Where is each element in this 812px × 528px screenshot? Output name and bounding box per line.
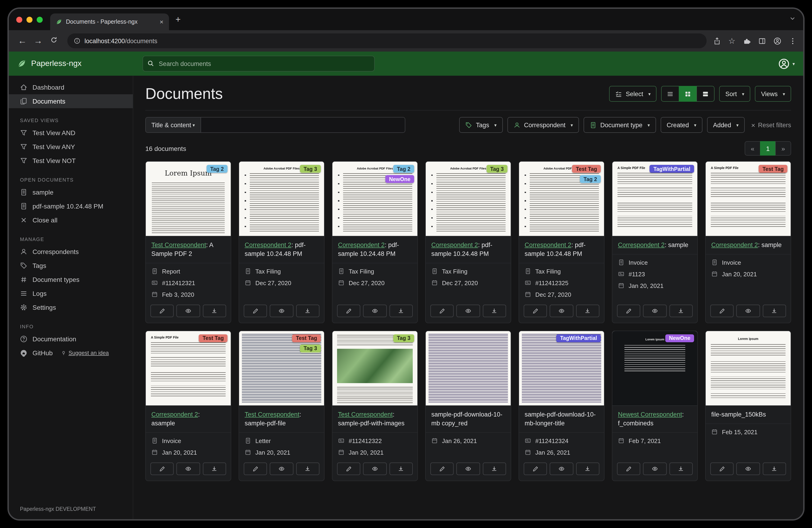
minimize-window-button[interactable]: [27, 16, 32, 23]
view-cards-button[interactable]: [697, 86, 715, 102]
edit-button[interactable]: [710, 305, 734, 317]
filter-button[interactable]: Document type: [583, 117, 656, 133]
tag-badge[interactable]: Tag 3: [300, 345, 321, 353]
close-window-button[interactable]: [16, 16, 22, 23]
tag-badge[interactable]: TagWithPartial: [650, 165, 694, 173]
profile-icon[interactable]: [773, 37, 781, 45]
address-bar[interactable]: localhost:4200/documents: [67, 33, 707, 48]
document-thumbnail[interactable]: [426, 331, 511, 406]
document-thumbnail[interactable]: Adobe Acrobat PDF Files Tag 3: [426, 161, 511, 237]
filter-button[interactable]: Tags: [459, 117, 503, 133]
views-button[interactable]: Views: [755, 86, 791, 102]
document-card[interactable]: Adobe Acrobat PDF Files Test Tag Tag 2: [519, 161, 605, 323]
edit-button[interactable]: [150, 305, 174, 317]
correspondent-link[interactable]: Test Correspondent: [151, 242, 206, 248]
document-card[interactable]: Tag 3 Test Correspondent: sample-pdf-wit…: [332, 331, 418, 481]
sidebar-item[interactable]: Test View NOT: [9, 154, 133, 168]
tag-badge[interactable]: NewOne: [385, 175, 414, 183]
download-button[interactable]: [296, 305, 319, 317]
edit-button[interactable]: [617, 462, 640, 475]
user-menu[interactable]: ▾: [778, 58, 795, 69]
tab-close-icon[interactable]: ×: [160, 18, 163, 26]
correspondent-link[interactable]: Correspondent 2: [245, 242, 291, 248]
tag-badge[interactable]: Test Tag: [199, 334, 228, 342]
sidebar-item[interactable]: Correspondents: [9, 245, 133, 259]
extensions-puzzle-icon[interactable]: [743, 37, 751, 45]
download-button[interactable]: [669, 305, 693, 317]
edit-button[interactable]: [244, 462, 267, 475]
menu-dots-icon[interactable]: [789, 37, 797, 45]
sidebar-item[interactable]: Close all: [9, 213, 133, 227]
browser-tab[interactable]: Documents - Paperless-ngx ×: [50, 13, 169, 30]
document-card[interactable]: Lorem Ipsum Tag 2 Test Corres: [145, 161, 231, 323]
bookmark-star-icon[interactable]: ☆: [728, 36, 736, 46]
tag-badge[interactable]: Tag 3: [487, 165, 507, 173]
preview-button[interactable]: [363, 462, 387, 475]
preview-button[interactable]: [177, 305, 200, 317]
document-card[interactable]: sample-pdf-download-10-mb copy_red Jan 2…: [425, 331, 511, 481]
preview-button[interactable]: [177, 462, 200, 475]
zoom-window-button[interactable]: [37, 16, 43, 23]
document-card[interactable]: Lorem ipsum file-sample_150kBs: [705, 331, 791, 481]
suggest-idea-link[interactable]: Suggest an idea: [61, 350, 109, 356]
correspondent-link[interactable]: Test Correspondent: [338, 411, 393, 418]
document-card[interactable]: Adobe Acrobat PDF Files Tag 3: [238, 161, 324, 323]
sidebar-item[interactable]: sample: [9, 185, 133, 199]
document-thumbnail[interactable]: Tag 3: [332, 331, 417, 406]
sidebar-item[interactable]: GitHub Suggest an idea: [9, 346, 133, 360]
preview-button[interactable]: [270, 305, 293, 317]
tag-badge[interactable]: Test Tag: [759, 165, 787, 173]
download-button[interactable]: [389, 305, 413, 317]
document-card[interactable]: A Simple PDF File Test Tag Co: [145, 331, 231, 481]
preview-button[interactable]: [270, 462, 293, 475]
document-thumbnail[interactable]: Adobe Acrobat PDF Files Test Tag Tag 2: [519, 161, 604, 237]
tag-badge[interactable]: Test Tag: [572, 165, 601, 173]
document-thumbnail[interactable]: Adobe Acrobat PDF Files Tag 2 NewOne: [332, 161, 417, 237]
edit-button[interactable]: [524, 305, 547, 317]
sort-button[interactable]: Sort: [720, 86, 751, 102]
preview-button[interactable]: [456, 305, 480, 317]
document-card[interactable]: Adobe Acrobat PDF Files Tag 3: [425, 161, 511, 323]
prev-page-button[interactable]: «: [745, 141, 760, 156]
document-thumbnail[interactable]: Adobe Acrobat PDF Files Tag 3: [239, 161, 324, 237]
tag-badge[interactable]: Tag 2: [207, 165, 228, 173]
tag-badge[interactable]: Tag 3: [300, 165, 321, 173]
tag-badge[interactable]: Tag 2: [580, 175, 601, 183]
download-button[interactable]: [389, 462, 413, 475]
sidebar-item[interactable]: Document types: [9, 273, 133, 286]
filter-button[interactable]: Added: [707, 117, 745, 133]
document-thumbnail[interactable]: Test Tag Tag 3: [239, 331, 324, 406]
download-button[interactable]: [763, 462, 786, 475]
filter-field-dropdown[interactable]: Title & content: [145, 117, 201, 133]
download-button[interactable]: [763, 305, 786, 317]
tag-badge[interactable]: Test Tag: [292, 334, 321, 342]
document-card[interactable]: Lorem ipsum NewOne Newest Cor: [612, 331, 698, 481]
download-button[interactable]: [576, 462, 599, 475]
edit-button[interactable]: [244, 305, 267, 317]
sidebar-item[interactable]: Documents: [9, 94, 133, 108]
correspondent-link[interactable]: Correspondent 2: [525, 242, 571, 248]
document-card[interactable]: A Simple PDF File Test Tag Co: [705, 161, 791, 323]
sidebar-item[interactable]: Tags: [9, 259, 133, 273]
document-thumbnail[interactable]: TagWithPartial: [519, 331, 604, 406]
view-grid-button[interactable]: [679, 86, 697, 102]
view-list-button[interactable]: [661, 86, 679, 102]
document-thumbnail[interactable]: A Simple PDF File Test Tag: [706, 161, 791, 237]
select-button[interactable]: Select: [609, 86, 657, 102]
correspondent-link[interactable]: Correspondent 2: [431, 242, 478, 248]
download-button[interactable]: [669, 462, 693, 475]
preview-button[interactable]: [456, 462, 480, 475]
search-input[interactable]: [143, 56, 375, 72]
download-button[interactable]: [483, 305, 506, 317]
download-button[interactable]: [203, 305, 226, 317]
tag-badge[interactable]: NewOne: [665, 334, 694, 342]
site-info-icon[interactable]: [74, 38, 80, 44]
document-card[interactable]: Adobe Acrobat PDF Files Tag 2 NewOne: [332, 161, 418, 323]
document-card[interactable]: A Simple PDF File TagWithPartial: [612, 161, 698, 323]
reset-filters-link[interactable]: × Reset filters: [751, 121, 791, 129]
tag-badge[interactable]: TagWithPartial: [556, 334, 601, 342]
edit-button[interactable]: [430, 305, 454, 317]
document-thumbnail[interactable]: Lorem ipsum NewOne: [612, 331, 697, 406]
sidebar-item[interactable]: Test View AND: [9, 126, 133, 140]
edit-button[interactable]: [710, 462, 734, 475]
